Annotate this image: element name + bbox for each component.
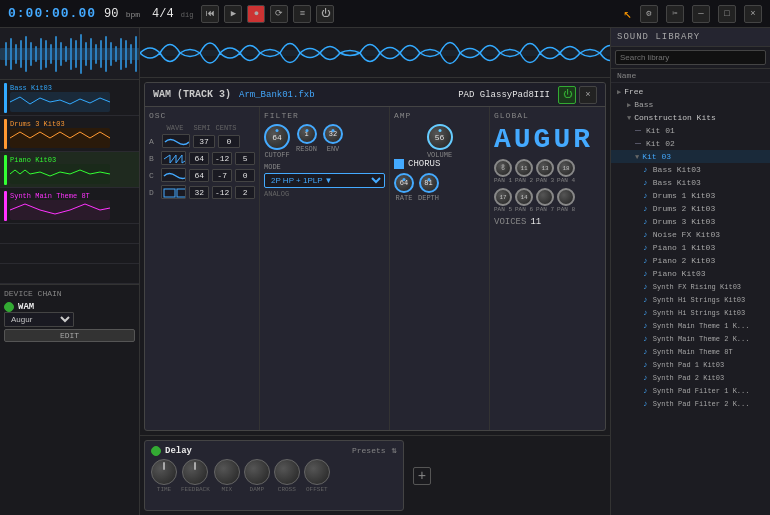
- track-row[interactable]: Bass Kit03: [0, 80, 139, 116]
- tree-sound-drums2[interactable]: ♪ Drums 2 Kit03: [611, 202, 770, 215]
- svg-rect-11: [55, 36, 57, 72]
- tree-item-kit01[interactable]: Kit 01: [611, 124, 770, 137]
- filter-mode-select[interactable]: 2P HP + 1PLP ▼: [264, 173, 385, 188]
- pan2-knob[interactable]: 11: [515, 159, 533, 177]
- power-button[interactable]: ⏻: [316, 5, 334, 23]
- osc-wave-b[interactable]: [161, 151, 186, 165]
- osc-semi-d[interactable]: 32: [189, 186, 209, 199]
- delay-power[interactable]: [151, 446, 161, 456]
- menu-button[interactable]: ≡: [293, 5, 311, 23]
- loop-button[interactable]: ⟳: [270, 5, 288, 23]
- wam-preset-select[interactable]: Augur: [4, 312, 74, 327]
- bottom-half: MIXENV LFO JOY: [145, 430, 605, 431]
- osc-cents-a[interactable]: 0: [218, 135, 240, 148]
- chorus-label: CHORUS: [408, 159, 440, 169]
- inst-power[interactable]: ⏻: [558, 86, 576, 104]
- tree-sound-synth-main-1[interactable]: ♪ Synth Main Theme 1 K...: [611, 319, 770, 332]
- osc-cents-b[interactable]: -12: [212, 152, 232, 165]
- env-knob[interactable]: 32: [323, 124, 343, 144]
- mix-knob[interactable]: [214, 459, 240, 485]
- track-row[interactable]: Synth Main Theme 8T: [0, 188, 139, 224]
- chorus-depth-knob[interactable]: 81: [419, 173, 439, 193]
- cross-knob[interactable]: [274, 459, 300, 485]
- window-min[interactable]: —: [692, 5, 710, 23]
- window-max[interactable]: □: [718, 5, 736, 23]
- inst-close[interactable]: ×: [579, 86, 597, 104]
- chorus-rate-knob[interactable]: 64: [394, 173, 414, 193]
- tree-sound-drums3[interactable]: ♪ Drums 3 Kit03: [611, 215, 770, 228]
- track-waveform: [10, 200, 110, 220]
- pan4-knob[interactable]: 18: [557, 159, 575, 177]
- window-close[interactable]: ×: [744, 5, 762, 23]
- tree-sound-synth-fx[interactable]: ♪ Synth FX Rising Kit03: [611, 280, 770, 293]
- chorus-checkbox[interactable]: [394, 159, 404, 169]
- tree-item-kit03[interactable]: ▼ Kit 03: [611, 150, 770, 163]
- osc-cents-c[interactable]: -7: [212, 169, 232, 182]
- pan8-knob[interactable]: [557, 188, 575, 206]
- add-device-button[interactable]: +: [413, 467, 431, 485]
- sound-icon: ♪: [643, 178, 648, 187]
- tree-sound-piano1[interactable]: ♪ Piano 1 Kit03: [611, 241, 770, 254]
- scissors-button[interactable]: ✂: [666, 5, 684, 23]
- pan7-knob[interactable]: [536, 188, 554, 206]
- tree-sound-drums1[interactable]: ♪ Drums 1 Kit03: [611, 189, 770, 202]
- tree-sound-noise[interactable]: ♪ Noise FX Kit03: [611, 228, 770, 241]
- reson-knob-wrap: 1 RESON: [296, 124, 317, 153]
- offset-knob[interactable]: [304, 459, 330, 485]
- tree-sound-piano2[interactable]: ♪ Piano 2 Kit03: [611, 254, 770, 267]
- tree-sound-synth-hi-2[interactable]: ♪ Synth Hi Strings Kit03: [611, 306, 770, 319]
- svg-rect-6: [30, 42, 32, 66]
- tree-sound-piano-kit03[interactable]: ♪ Piano Kit03: [611, 267, 770, 280]
- arrow-icon: ▼: [635, 153, 639, 161]
- record-button[interactable]: ●: [247, 5, 265, 23]
- osc-cents-d[interactable]: -12: [212, 186, 232, 199]
- cutoff-knob[interactable]: 64: [264, 124, 290, 150]
- settings-button[interactable]: ⚙: [640, 5, 658, 23]
- analog-label: ANALOG: [264, 190, 385, 198]
- time-knob[interactable]: [151, 459, 177, 485]
- tree-item-kit02[interactable]: Kit 02: [611, 137, 770, 150]
- arrow-icon: ▶: [617, 88, 621, 96]
- tree-sound-synth-main-8t[interactable]: ♪ Synth Main Theme 8T: [611, 345, 770, 358]
- tree-folder-kits[interactable]: ▼ Construction Kits: [611, 111, 770, 124]
- tree-sound-synth-pad-filter1[interactable]: ♪ Synth Pad Filter 1 K...: [611, 384, 770, 397]
- reson-knob[interactable]: 1: [297, 124, 317, 144]
- tree-folder-free[interactable]: ▶ Free: [611, 85, 770, 98]
- tree-sound-synth-pad2[interactable]: ♪ Synth Pad 2 Kit03: [611, 371, 770, 384]
- tree-sound-synth-hi-1[interactable]: ♪ Synth Hi Strings Kit03: [611, 293, 770, 306]
- tree-folder-bass[interactable]: ▶ Bass: [611, 98, 770, 111]
- track-row[interactable]: Drums 3 Kit03: [0, 116, 139, 152]
- osc-wave-d[interactable]: [161, 185, 186, 199]
- library-search-input[interactable]: [615, 50, 766, 65]
- damp-knob[interactable]: [244, 459, 270, 485]
- osc-semi-b[interactable]: 64: [189, 152, 209, 165]
- sound-icon: ♪: [643, 269, 648, 278]
- skip-back-button[interactable]: ⏮: [201, 5, 219, 23]
- osc-semi-a[interactable]: 37: [193, 135, 215, 148]
- osc-wave-a[interactable]: [162, 134, 190, 148]
- chorus-depth-label: DEPTH: [418, 194, 439, 202]
- pan6-knob[interactable]: 14: [515, 188, 533, 206]
- osc-wave-c[interactable]: [161, 168, 186, 182]
- volume-knob[interactable]: 56: [427, 124, 453, 150]
- tree-sound-synth-pad1[interactable]: ♪ Synth Pad 1 Kit03: [611, 358, 770, 371]
- osc-vol-b[interactable]: 5: [235, 152, 255, 165]
- feedback-knob[interactable]: [182, 459, 208, 485]
- osc-semi-c[interactable]: 64: [189, 169, 209, 182]
- tree-sound-bass-kit03-1[interactable]: ♪ Bass Kit03: [611, 163, 770, 176]
- track-row[interactable]: Piano Kit03: [0, 152, 139, 188]
- pan7-wrap: PAN 7: [536, 188, 554, 213]
- global-title: GLOBAL: [494, 111, 601, 120]
- tree-sound-synth-main-2[interactable]: ♪ Synth Main Theme 2 K...: [611, 332, 770, 345]
- tree-sound-synth-pad-filter2[interactable]: ♪ Synth Pad Filter 2 K...: [611, 397, 770, 410]
- osc-vol-d[interactable]: 2: [235, 186, 255, 199]
- wam-power[interactable]: [4, 302, 14, 312]
- svg-rect-9: [45, 40, 47, 68]
- osc-vol-c[interactable]: 0: [235, 169, 255, 182]
- pan5-knob[interactable]: 17: [494, 188, 512, 206]
- pan1-knob[interactable]: 6: [494, 159, 512, 177]
- tree-sound-bass-kit03-2[interactable]: ♪ Bass Kit03: [611, 176, 770, 189]
- edit-button[interactable]: EDIT: [4, 329, 135, 342]
- pan3-knob[interactable]: 13: [536, 159, 554, 177]
- play-button[interactable]: ▶: [224, 5, 242, 23]
